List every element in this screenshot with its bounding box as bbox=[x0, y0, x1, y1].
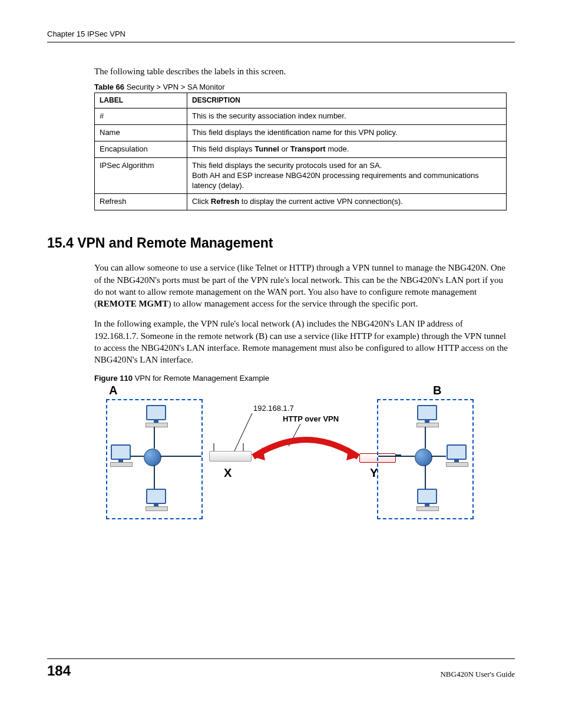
col-label: LABEL bbox=[95, 93, 187, 108]
cell-desc: This field displays the security protoco… bbox=[187, 157, 507, 194]
cell-desc: Click Refresh to display the current act… bbox=[187, 194, 507, 210]
cell-label: # bbox=[95, 108, 187, 125]
chapter-header: Chapter 15 IPSec VPN bbox=[47, 29, 515, 42]
svg-line-5 bbox=[289, 424, 300, 446]
network-diagram: A X 192.168.1.7 HTTP over VPN Y B bbox=[106, 387, 471, 541]
label-x: X bbox=[224, 466, 232, 480]
figure-number: Figure 110 bbox=[94, 374, 133, 383]
antenna-icon bbox=[243, 443, 244, 452]
cell-desc: This field displays Tunnel or Transport … bbox=[187, 141, 507, 157]
cell-desc: This is the security association index n… bbox=[187, 108, 507, 125]
sa-monitor-table: LABEL DESCRIPTION # This is the security… bbox=[94, 93, 507, 211]
cell-label: Name bbox=[95, 124, 187, 141]
guide-title: NBG420N User's Guide bbox=[440, 670, 515, 679]
body-paragraph-2: In the following example, the VPN rule's… bbox=[94, 318, 509, 365]
svg-marker-7 bbox=[346, 447, 358, 460]
svg-marker-6 bbox=[253, 447, 265, 460]
body-paragraph-1: You can allow someone to use a service (… bbox=[94, 262, 509, 309]
network-group-a bbox=[106, 399, 203, 519]
page-number: 184 bbox=[47, 663, 71, 679]
table-caption: Table 66 Security > VPN > SA Monitor bbox=[94, 83, 515, 91]
table-breadcrumb: Security > VPN > SA Monitor bbox=[124, 83, 225, 91]
intro-paragraph: The following table describes the labels… bbox=[94, 66, 515, 78]
network-lines bbox=[107, 400, 201, 518]
http-over-vpn-label: HTTP over VPN bbox=[283, 414, 339, 423]
table-row: Name This field displays the identificat… bbox=[95, 124, 507, 141]
table-row: IPSec Algorithm This field displays the … bbox=[95, 157, 507, 194]
figure-title: VPN for Remote Management Example bbox=[133, 374, 269, 383]
cell-label: Refresh bbox=[95, 194, 187, 210]
cell-label: Encapsulation bbox=[95, 141, 187, 157]
label-a: A bbox=[109, 384, 117, 397]
col-description: DESCRIPTION bbox=[187, 93, 507, 108]
cell-desc: This field displays the identification n… bbox=[187, 124, 507, 141]
figure-caption: Figure 110 VPN for Remote Management Exa… bbox=[94, 374, 515, 383]
table-row: # This is the security association index… bbox=[95, 108, 507, 125]
label-b: B bbox=[433, 384, 441, 397]
network-group-b bbox=[377, 399, 474, 519]
network-lines bbox=[378, 400, 472, 518]
antenna-icon bbox=[213, 443, 214, 452]
cell-label: IPSec Algorithm bbox=[95, 157, 187, 194]
section-heading: 15.4 VPN and Remote Management bbox=[47, 235, 515, 251]
page-footer: 184 NBG420N User's Guide bbox=[47, 658, 515, 679]
gateway-device-x bbox=[209, 451, 252, 462]
ip-address-label: 192.168.1.7 bbox=[253, 404, 294, 413]
table-row: Encapsulation This field displays Tunnel… bbox=[95, 141, 507, 157]
table-number: Table 66 bbox=[94, 83, 124, 91]
table-row: Refresh Click Refresh to display the cur… bbox=[95, 194, 507, 210]
